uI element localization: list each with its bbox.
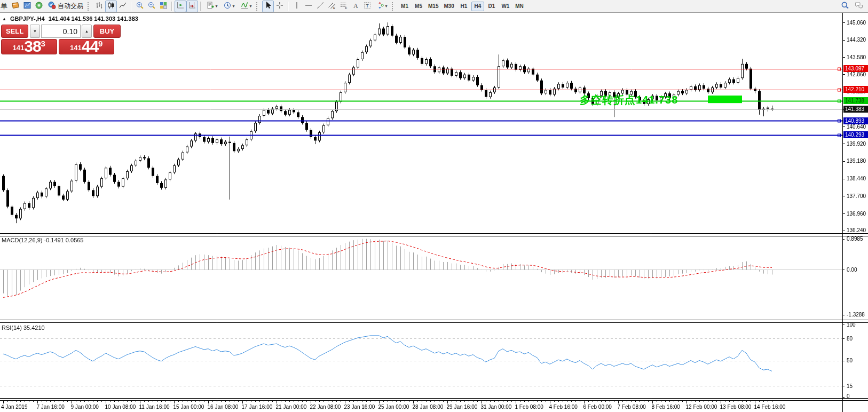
sell-price-point: 3 xyxy=(41,39,45,47)
zoom-out-button[interactable] xyxy=(146,1,157,12)
chart-shift-button[interactable] xyxy=(186,1,198,12)
volume-increase-button[interactable]: ▲ xyxy=(82,25,92,38)
sell-button[interactable]: SELL xyxy=(1,25,28,38)
equidistant-channel-button[interactable]: E xyxy=(326,1,338,12)
bars-icon xyxy=(95,1,104,11)
neworder-icon xyxy=(206,1,215,11)
textA-icon: A xyxy=(351,1,360,11)
cursor-icon xyxy=(264,1,272,11)
horizontal-line-button[interactable] xyxy=(303,1,314,12)
dropdown-caret-icon: ▾ xyxy=(232,4,234,9)
zoomout-icon xyxy=(147,1,156,11)
timeframe-h1-button[interactable]: H1 xyxy=(457,2,470,11)
timeframe-m1-button[interactable]: M1 xyxy=(398,2,411,11)
text-button[interactable]: A xyxy=(350,1,361,12)
crosshair-icon xyxy=(275,1,284,11)
timeframe-m5-button[interactable]: M5 xyxy=(412,2,425,11)
chartshift-icon xyxy=(188,1,196,11)
price-level-tag-142.210: 142.210 xyxy=(843,86,868,93)
volume-decrease-button[interactable]: ▼ xyxy=(30,25,40,38)
macd-indicator-label: MACD(12,26,9) -0.1491 0.0565 xyxy=(2,237,83,243)
chart-canvas[interactable] xyxy=(0,13,868,412)
toolbar-grip xyxy=(256,2,259,11)
periods-button[interactable]: ▾ xyxy=(220,1,238,12)
clock-icon xyxy=(223,1,232,11)
line-chart-button[interactable] xyxy=(117,1,129,12)
toolbar-separator xyxy=(288,2,289,11)
linechart-icon xyxy=(119,1,127,11)
timeframe-w1-button[interactable]: W1 xyxy=(499,2,512,11)
auto-trading-button[interactable]: 自动交易 xyxy=(45,1,86,12)
dropdown-caret-icon: ▾ xyxy=(385,4,387,9)
tile-windows-button[interactable] xyxy=(157,1,169,12)
toolbar-grip xyxy=(392,2,395,11)
orb-icon xyxy=(35,1,43,11)
trendline-button[interactable] xyxy=(314,1,326,12)
shapes-icon xyxy=(376,1,384,11)
timeframe-m30-button[interactable]: M30 xyxy=(441,2,456,11)
new-order-button[interactable]: ▾ xyxy=(203,1,220,12)
macd-rsi-splitter[interactable] xyxy=(0,319,842,322)
price-level-tag-141.738: 141.738 xyxy=(843,97,868,104)
dropdown-caret-icon: ▾ xyxy=(249,4,251,9)
timeframe-mn-button[interactable]: MN xyxy=(513,2,526,11)
search-button[interactable] xyxy=(839,1,851,12)
market-history-button[interactable] xyxy=(10,1,21,12)
chat-icon xyxy=(855,1,863,11)
data-window-button[interactable] xyxy=(21,1,33,12)
ohlc-values: 141.404 141.536 141.303 141.383 xyxy=(49,15,138,22)
collapse-arrow-icon[interactable]: ▲ xyxy=(2,17,6,21)
price-level-tag-140.893: 140.893 xyxy=(843,117,868,124)
fibonacci-button[interactable]: F xyxy=(338,1,350,12)
main-toolbar: 单自动交易▾▾▾EFAT▾M1M5M15M30H1H4D1W1MN xyxy=(0,0,868,13)
zoom-in-button[interactable] xyxy=(134,1,146,12)
sell-price-whole: 141 xyxy=(13,43,25,53)
buy-price-point: 9 xyxy=(98,39,102,47)
text-label-button[interactable]: T xyxy=(361,1,373,12)
svg-text:E: E xyxy=(333,6,335,10)
tline-icon xyxy=(316,1,325,11)
candlestick-chart-button[interactable] xyxy=(105,1,117,12)
timeframe-d1-button[interactable]: D1 xyxy=(485,2,498,11)
current-price-tag: 141.383 xyxy=(843,106,868,113)
toolbar-grip xyxy=(88,2,91,11)
chart-title: ▲ GBPJPY-,H4 141.404 141.536 141.303 141… xyxy=(2,15,138,22)
autotrade-icon xyxy=(48,1,56,11)
buy-button[interactable]: BUY xyxy=(93,25,121,38)
buy-price-display[interactable]: 141449 xyxy=(59,39,115,54)
svg-text:A: A xyxy=(353,2,358,10)
zoomin-icon xyxy=(136,1,144,11)
toolbar-separator xyxy=(171,2,172,11)
arrows-button[interactable]: ▾ xyxy=(373,1,390,12)
svg-text:F: F xyxy=(345,6,348,10)
symbol-period-label: GBPJPY-,H4 xyxy=(10,15,45,22)
order-label-partial[interactable]: 单 xyxy=(1,2,7,11)
sell-price-display[interactable]: 141383 xyxy=(1,39,57,54)
sell-price-pips: 38 xyxy=(24,39,41,53)
search-icon xyxy=(841,1,849,11)
auto-scroll-button[interactable] xyxy=(175,1,186,12)
vline-icon xyxy=(293,1,301,11)
volume-input[interactable] xyxy=(41,25,81,38)
toolbar-left-group: 单自动交易▾▾▾EFAT▾M1M5M15M30H1H4D1W1MN xyxy=(0,0,526,12)
toolbar-separator xyxy=(131,2,132,11)
toolbar-right-group xyxy=(839,1,865,12)
chartwindow-icon xyxy=(23,1,31,11)
cursor-button[interactable] xyxy=(262,1,274,12)
candles-icon xyxy=(107,1,115,11)
crosshair-button[interactable] xyxy=(274,1,286,12)
main-macd-splitter[interactable] xyxy=(0,232,842,236)
dropdown-caret-icon: ▾ xyxy=(215,4,217,9)
timeframe-m15-button[interactable]: M15 xyxy=(426,2,440,11)
bar-chart-button[interactable] xyxy=(93,1,105,12)
indicators-button[interactable]: ▾ xyxy=(238,1,255,12)
hline-icon xyxy=(304,1,313,11)
vertical-line-button[interactable] xyxy=(291,1,303,12)
timeframe-h4-button[interactable]: H4 xyxy=(471,2,484,11)
pivot-annotation-text[interactable]: 多空转折点141.738 xyxy=(580,93,678,107)
indicators-icon xyxy=(240,1,249,11)
fibo-icon: F xyxy=(340,1,348,11)
chat-button[interactable] xyxy=(853,1,865,12)
autoscroll-icon xyxy=(176,1,185,11)
navigator-button[interactable] xyxy=(33,1,45,12)
